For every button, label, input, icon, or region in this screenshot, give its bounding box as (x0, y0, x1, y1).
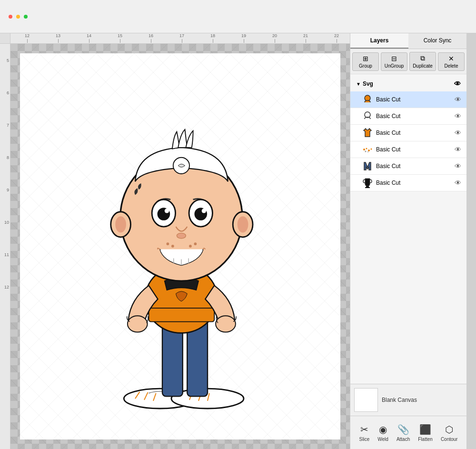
layer-name-6: Basic Cut (376, 180, 450, 186)
svg-point-43 (371, 149, 372, 150)
main-area: 12 13 14 15 16 17 18 19 20 21 22 (0, 33, 476, 449)
svg-point-38 (365, 95, 370, 101)
top-toolbar (0, 0, 476, 33)
layer-group-header[interactable]: ▼ Svg 👁 (354, 78, 463, 90)
attach-icon: 📎 (397, 424, 409, 435)
slice-label: Slice (359, 437, 370, 442)
layer-icon-1 (362, 94, 373, 105)
layer-icon-5 (362, 160, 373, 172)
thumbnail-preview (354, 388, 378, 412)
svg-point-17 (216, 316, 236, 332)
window-controls (5, 13, 31, 20)
ruler-ticks-h: 12 13 14 15 16 17 18 19 20 21 22 (10, 33, 350, 43)
svg-point-21 (115, 216, 126, 232)
panel-bottom-toolbar: ✂ Slice ◉ Weld 📎 Attach ⬛ Flatten ⬡ Cont… (350, 416, 466, 449)
ruler-tick: 16 (149, 33, 153, 43)
slice-icon: ✂ (360, 424, 368, 435)
layer-name-1: Basic Cut (376, 96, 450, 103)
canvas-white (20, 53, 340, 439)
panel-toolbar: ⊞ Group ⊟ UnGroup ⧉ Duplicate ✕ Delete (350, 49, 466, 74)
layer-eye-2[interactable]: 👁 (453, 111, 463, 121)
layer-icon-4 (362, 144, 373, 155)
layer-tree: ▼ Svg 👁 Basic Cut 👁 (350, 74, 466, 384)
svg-point-40 (363, 149, 365, 150)
flatten-icon: ⬛ (419, 424, 431, 435)
weld-icon: ◉ (379, 424, 387, 435)
ungroup-button[interactable]: ⊟ UnGroup (381, 52, 407, 71)
svg-rect-15 (149, 308, 214, 322)
group-icon: ⊞ (363, 55, 368, 62)
weld-label: Weld (377, 437, 388, 442)
svg-point-31 (166, 242, 169, 245)
character-container (90, 68, 271, 411)
slice-button[interactable]: ✂ Slice (356, 422, 374, 444)
ruler-tick: 18 (210, 33, 215, 43)
minimize-dot[interactable] (16, 15, 20, 19)
svg-point-41 (366, 148, 367, 150)
delete-button[interactable]: ✕ Delete (438, 52, 465, 71)
layer-item-1[interactable]: Basic Cut 👁 (350, 91, 466, 108)
layer-item-5[interactable]: Basic Cut 👁 (350, 158, 466, 175)
flatten-label: Flatten (418, 437, 433, 442)
layer-group-svg: ▼ Svg 👁 (350, 76, 466, 91)
contour-button[interactable]: ⬡ Contour (437, 422, 462, 444)
group-button[interactable]: ⊞ Group (352, 52, 379, 71)
layer-eye-1[interactable]: 👁 (453, 95, 463, 104)
layer-eye-3[interactable]: 👁 (453, 128, 463, 138)
chevron-down-icon: ▼ (356, 81, 361, 87)
canvas-label: Blank Canvas (382, 397, 417, 403)
ruler-tick: 17 (179, 33, 184, 43)
contour-icon: ⬡ (445, 424, 453, 435)
canvas-area[interactable] (10, 44, 350, 449)
layer-name-3: Basic Cut (376, 130, 450, 136)
weld-button[interactable]: ◉ Weld (374, 422, 392, 444)
duplicate-label: Duplicate (413, 63, 433, 69)
flatten-button[interactable]: ⬛ Flatten (414, 422, 436, 444)
layer-eye-4[interactable]: 👁 (453, 145, 463, 154)
attach-button[interactable]: 📎 Attach (393, 422, 414, 444)
ungroup-label: UnGroup (385, 63, 404, 69)
ruler-tick: 21 (303, 33, 308, 43)
svg-point-39 (365, 112, 370, 118)
ruler-tick: 13 (56, 33, 60, 43)
svg-point-44 (365, 151, 367, 152)
layer-item-2[interactable]: Basic Cut 👁 (350, 108, 466, 125)
panel-tabs: Layers Color Sync (350, 33, 466, 49)
ruler-tick: 14 (87, 33, 91, 43)
layer-icon-3 (362, 127, 373, 139)
tab-layers[interactable]: Layers (350, 33, 408, 49)
right-panel: Layers Color Sync ⊞ Group ⊟ UnGroup ⧉ Du… (350, 33, 466, 449)
delete-icon: ✕ (448, 55, 454, 62)
layer-item-4[interactable]: Basic Cut 👁 (350, 141, 466, 158)
layer-group-eye-icon[interactable]: 👁 (454, 80, 461, 88)
maximize-dot[interactable] (24, 15, 28, 19)
layer-name-4: Basic Cut (376, 146, 450, 153)
ungroup-icon: ⊟ (391, 55, 397, 62)
svg-point-16 (127, 316, 147, 332)
close-dot[interactable] (9, 15, 12, 19)
layer-eye-5[interactable]: 👁 (453, 161, 463, 171)
contour-label: Contour (441, 437, 458, 442)
layer-icon-6 (362, 177, 373, 189)
svg-point-42 (368, 150, 370, 151)
layer-eye-6[interactable]: 👁 (453, 178, 463, 188)
ruler-tick: 19 (241, 33, 246, 43)
ruler-vertical: 5 6 7 8 9 10 11 12 (0, 44, 10, 449)
svg-point-28 (164, 209, 169, 213)
ruler-tick: 20 (272, 33, 277, 43)
layer-item-6[interactable]: Basic Cut 👁 (350, 175, 466, 191)
svg-point-30 (177, 233, 186, 238)
tab-color-sync[interactable]: Color Sync (408, 33, 466, 49)
svg-rect-46 (366, 186, 369, 187)
layer-name-5: Basic Cut (376, 163, 450, 170)
ruler-horizontal: 12 13 14 15 16 17 18 19 20 21 22 (10, 33, 350, 44)
group-label: Group (359, 63, 372, 69)
duplicate-icon: ⧉ (420, 54, 425, 62)
svg-point-33 (189, 245, 192, 248)
layer-name-2: Basic Cut (376, 113, 450, 120)
duplicate-button[interactable]: ⧉ Duplicate (409, 52, 436, 71)
layer-item-3[interactable]: Basic Cut 👁 (350, 125, 466, 141)
svg-point-45 (367, 151, 368, 152)
ruler-corner (0, 33, 10, 44)
layer-group-name: Svg (363, 80, 373, 87)
